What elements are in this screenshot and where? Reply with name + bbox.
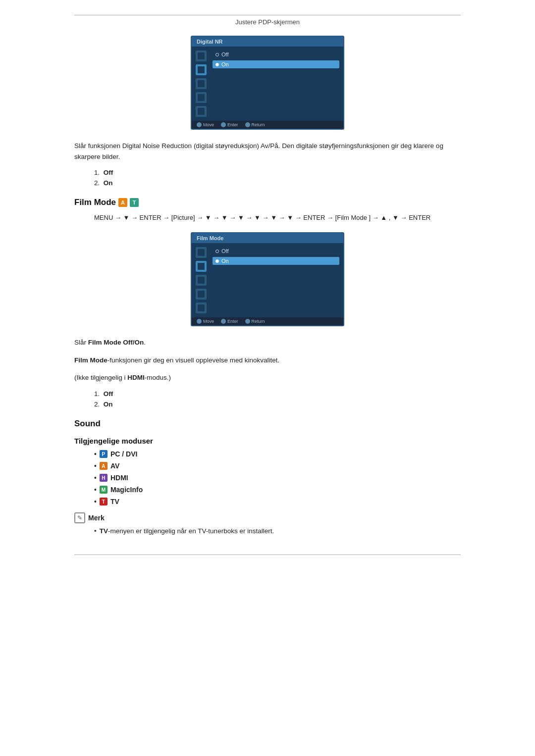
film-mode-item2: 2. On — [94, 401, 461, 408]
tv-label: TV — [110, 498, 119, 505]
film-menu-icon-2 — [196, 261, 207, 272]
mode-hdmi: • H HDMI — [94, 474, 461, 482]
sound-heading: Sound — [74, 419, 461, 429]
film-menu-icons — [192, 245, 211, 315]
film-option-on-dot — [215, 259, 219, 263]
film-move-icon — [197, 319, 202, 324]
film-mode-desc1: Slår Film Mode Off/On. — [74, 337, 461, 348]
available-modes-heading: Tilgjengelige moduser — [74, 437, 461, 445]
film-mode-desc3: (Ikke tilgjengelig i HDMI-modus.) — [74, 372, 461, 383]
digital-nr-screenshot: Digital NR Off On — [74, 36, 461, 130]
film-footer-move: Move — [197, 319, 214, 324]
film-menu-footer: Move Enter Return — [192, 317, 343, 325]
film-mode-heading: Film Mode A T — [74, 198, 461, 207]
pc-label: PC / DVI — [110, 450, 137, 458]
page-header: Justere PDP-skjermen — [74, 18, 461, 26]
move-icon — [197, 122, 202, 127]
film-mode-badge-a: A — [118, 198, 127, 207]
option-off: Off — [213, 50, 339, 58]
film-menu-options: Off On — [211, 245, 343, 315]
option-off-dot — [215, 53, 219, 56]
film-menu-icon-1 — [196, 247, 207, 258]
film-return-icon — [245, 319, 250, 324]
return-icon — [245, 122, 250, 127]
film-option-off-dot — [215, 250, 219, 253]
footer-move: Move — [197, 122, 214, 127]
film-menu-title-bar: Film Mode — [192, 233, 343, 243]
menu-icons — [192, 49, 211, 119]
menu-icon-4 — [196, 92, 207, 103]
option-on: On — [213, 60, 339, 68]
menu-icon-3 — [196, 78, 207, 89]
menu-footer: Move Enter Return — [192, 121, 343, 129]
pc-badge: P — [100, 450, 107, 458]
menu-options: Off On — [211, 49, 343, 119]
footer-enter: Enter — [221, 122, 238, 127]
modes-list: • P PC / DVI • A AV • H HDMI • M MagicIn… — [94, 450, 461, 505]
film-mode-badge-t: T — [130, 198, 139, 207]
menu-icon-2 — [196, 64, 207, 75]
footer-return: Return — [245, 122, 265, 127]
tv-badge: T — [100, 498, 107, 505]
enter-icon — [221, 122, 226, 127]
digital-nr-description: Slår funksjonen Digital Noise Reduction … — [74, 141, 461, 162]
film-mode-screenshot: Film Mode Off On — [74, 232, 461, 326]
menu-body: Off On — [192, 47, 343, 121]
film-mode-menu: Film Mode Off On — [191, 232, 344, 326]
hdmi-badge: H — [100, 474, 107, 482]
mode-pc-dvi: • P PC / DVI — [94, 450, 461, 458]
note-bullet-item: • TV-menyen er tilgjengelig når en TV-tu… — [94, 527, 461, 535]
film-menu-icon-5 — [196, 302, 207, 313]
av-badge: A — [100, 462, 107, 470]
film-mode-item1: 1. Off — [94, 390, 461, 398]
hdmi-label: HDMI — [110, 474, 128, 482]
bullet-dot: • — [94, 462, 97, 470]
film-menu-body: Off On — [192, 243, 343, 317]
film-footer-return: Return — [245, 319, 265, 324]
bullet-dot: • — [94, 498, 97, 505]
bullet-dot: • — [94, 450, 97, 458]
magicinfo-label: MagicInfo — [110, 486, 143, 494]
mode-magicinfo: • M MagicInfo — [94, 486, 461, 494]
note-icon: ✎ — [74, 512, 85, 523]
note-label: Merk — [88, 514, 105, 522]
note-pencil-icon: ✎ — [77, 514, 82, 521]
film-mode-nav: MENU → ▼ → ENTER → [Picture] → ▼ → ▼ → ▼… — [94, 212, 461, 223]
menu-title-bar: Digital NR — [192, 37, 343, 47]
film-menu-icon-4 — [196, 289, 207, 300]
digital-nr-item2: 2. On — [94, 179, 461, 187]
film-footer-enter: Enter — [221, 319, 238, 324]
film-mode-desc2: Film Mode-funksjonen gir deg en visuell … — [74, 355, 461, 366]
menu-icon-1 — [196, 50, 207, 61]
mode-tv: • T TV — [94, 498, 461, 505]
page-title: Justere PDP-skjermen — [235, 18, 300, 26]
option-on-dot — [215, 63, 219, 66]
film-menu-icon-3 — [196, 275, 207, 286]
film-enter-icon — [221, 319, 226, 324]
note-bullet-text: TV-menyen er tilgjengelig når en TV-tune… — [100, 527, 274, 535]
menu-icon-5 — [196, 106, 207, 117]
bottom-rule — [74, 554, 461, 555]
magicinfo-badge: M — [100, 486, 107, 494]
film-option-off: Off — [213, 247, 339, 255]
digital-nr-item1: 1. Off — [94, 169, 461, 176]
note-bullet-dot: • — [94, 527, 97, 535]
av-label: AV — [110, 462, 119, 470]
top-rule — [74, 15, 461, 15]
film-option-on: On — [213, 257, 339, 265]
digital-nr-menu: Digital NR Off On — [191, 36, 344, 130]
note-box: ✎ Merk — [74, 512, 461, 523]
bullet-dot: • — [94, 474, 97, 482]
bullet-dot: • — [94, 486, 97, 494]
mode-av: • A AV — [94, 462, 461, 470]
